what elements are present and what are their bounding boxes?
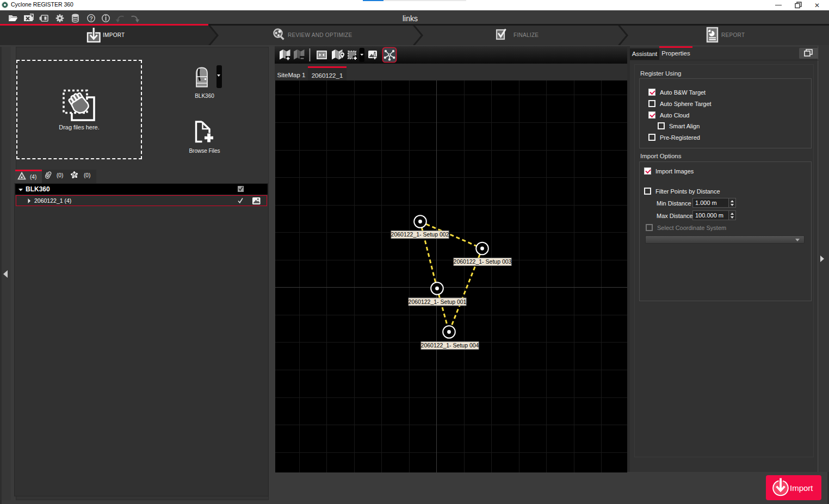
- svg-text:2060122_1- Setup 001: 2060122_1- Setup 001: [409, 298, 467, 305]
- svg-text:2060122_1- Setup 004: 2060122_1- Setup 004: [421, 342, 479, 349]
- svg-text:2060122_1- Setup 003: 2060122_1- Setup 003: [454, 258, 512, 265]
- svg-text:2060122_1- Setup 002: 2060122_1- Setup 002: [391, 231, 449, 238]
